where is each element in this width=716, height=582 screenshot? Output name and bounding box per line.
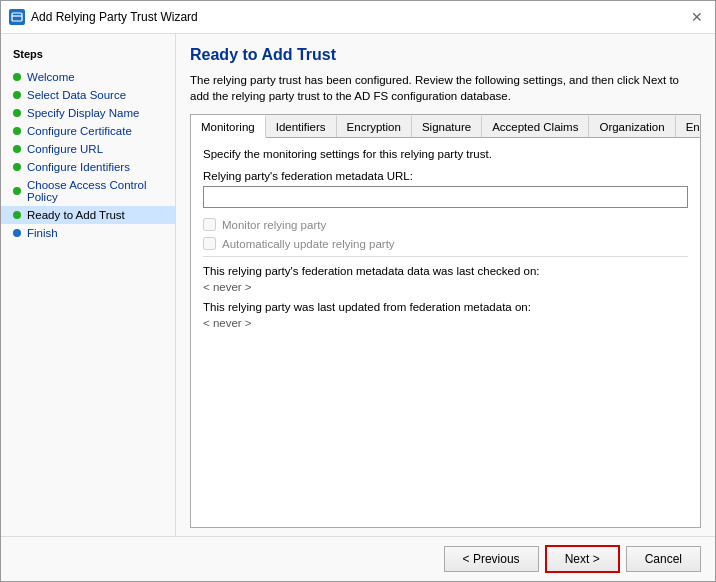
- wizard-window: Add Relying Party Trust Wizard ✕ Steps W…: [0, 0, 716, 582]
- tab-organization[interactable]: Organization: [589, 115, 675, 137]
- tab-content-monitoring: Specify the monitoring settings for this…: [191, 138, 700, 527]
- last-updated-text: This relying party was last updated from…: [203, 301, 688, 313]
- sidebar-dot-welcome: [13, 73, 21, 81]
- sidebar: Steps WelcomeSelect Data SourceSpecify D…: [1, 34, 176, 536]
- sidebar-dot-configure-certificate: [13, 127, 21, 135]
- previous-button[interactable]: < Previous: [444, 546, 539, 572]
- sidebar-dot-configure-url: [13, 145, 21, 153]
- sidebar-item-configure-url[interactable]: Configure URL: [1, 140, 175, 158]
- sidebar-label-specify-display-name: Specify Display Name: [27, 107, 139, 119]
- next-button[interactable]: Next >: [545, 545, 620, 573]
- tab-container: MonitoringIdentifiersEncryptionSignature…: [190, 114, 701, 528]
- sidebar-header: Steps: [1, 44, 175, 68]
- federation-url-input[interactable]: [203, 186, 688, 208]
- last-checked-value: < never >: [203, 281, 688, 293]
- sidebar-dot-configure-identifiers: [13, 163, 21, 171]
- tab-encryption[interactable]: Encryption: [337, 115, 412, 137]
- sidebar-label-choose-access-control-policy: Choose Access Control Policy: [27, 179, 163, 203]
- window-title: Add Relying Party Trust Wizard: [31, 10, 198, 24]
- page-title: Ready to Add Trust: [190, 46, 701, 64]
- sidebar-item-specify-display-name[interactable]: Specify Display Name: [1, 104, 175, 122]
- tab-bar: MonitoringIdentifiersEncryptionSignature…: [191, 115, 700, 138]
- titlebar-left: Add Relying Party Trust Wizard: [9, 9, 198, 25]
- monitor-checkbox-label: Monitor relying party: [222, 219, 326, 231]
- svg-rect-0: [12, 13, 22, 21]
- divider-1: [203, 256, 688, 257]
- cancel-button[interactable]: Cancel: [626, 546, 701, 572]
- content-area: Steps WelcomeSelect Data SourceSpecify D…: [1, 34, 715, 536]
- sidebar-item-ready-to-add-trust[interactable]: Ready to Add Trust: [1, 206, 175, 224]
- titlebar: Add Relying Party Trust Wizard ✕: [1, 1, 715, 34]
- sidebar-item-configure-certificate[interactable]: Configure Certificate: [1, 122, 175, 140]
- auto-update-checkbox-label: Automatically update relying party: [222, 238, 395, 250]
- sidebar-dot-ready-to-add-trust: [13, 211, 21, 219]
- main-panel: Ready to Add Trust The relying party tru…: [176, 34, 715, 536]
- sidebar-item-finish[interactable]: Finish: [1, 224, 175, 242]
- auto-update-checkbox[interactable]: [203, 237, 216, 250]
- monitor-checkbox[interactable]: [203, 218, 216, 231]
- tab-signature[interactable]: Signature: [412, 115, 482, 137]
- sidebar-item-welcome[interactable]: Welcome: [1, 68, 175, 86]
- sidebar-label-finish: Finish: [27, 227, 58, 239]
- sidebar-label-configure-certificate: Configure Certificate: [27, 125, 132, 137]
- sidebar-dot-specify-display-name: [13, 109, 21, 117]
- auto-update-checkbox-row: Automatically update relying party: [203, 237, 688, 250]
- sidebar-label-select-data-source: Select Data Source: [27, 89, 126, 101]
- tab-identifiers[interactable]: Identifiers: [266, 115, 337, 137]
- tab-endpoints[interactable]: Endpoints: [676, 115, 701, 137]
- footer: < Previous Next > Cancel: [1, 536, 715, 581]
- sidebar-dot-choose-access-control-policy: [13, 187, 21, 195]
- sidebar-item-choose-access-control-policy[interactable]: Choose Access Control Policy: [1, 176, 175, 206]
- sidebar-item-select-data-source[interactable]: Select Data Source: [1, 86, 175, 104]
- page-description: The relying party trust has been configu…: [190, 72, 701, 104]
- monitoring-description: Specify the monitoring settings for this…: [203, 148, 688, 160]
- sidebar-label-configure-url: Configure URL: [27, 143, 103, 155]
- tab-accepted-claims[interactable]: Accepted Claims: [482, 115, 589, 137]
- federation-url-label: Relying party's federation metadata URL:: [203, 170, 688, 182]
- sidebar-label-configure-identifiers: Configure Identifiers: [27, 161, 130, 173]
- last-checked-text: This relying party's federation metadata…: [203, 265, 688, 277]
- app-icon: [9, 9, 25, 25]
- close-button[interactable]: ✕: [687, 7, 707, 27]
- sidebar-label-welcome: Welcome: [27, 71, 75, 83]
- sidebar-item-configure-identifiers[interactable]: Configure Identifiers: [1, 158, 175, 176]
- sidebar-dot-select-data-source: [13, 91, 21, 99]
- last-updated-value: < never >: [203, 317, 688, 329]
- tab-monitoring[interactable]: Monitoring: [191, 115, 266, 138]
- sidebar-dot-finish: [13, 229, 21, 237]
- monitor-checkbox-row: Monitor relying party: [203, 218, 688, 231]
- sidebar-label-ready-to-add-trust: Ready to Add Trust: [27, 209, 125, 221]
